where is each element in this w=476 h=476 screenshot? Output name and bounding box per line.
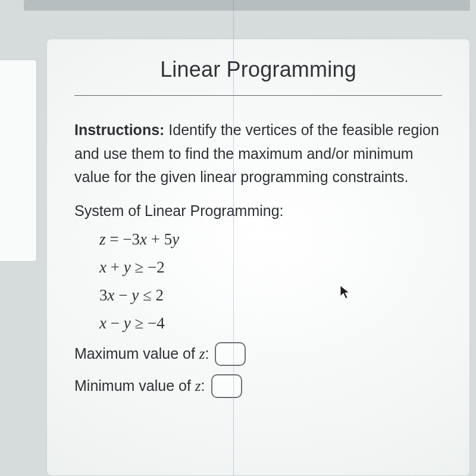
answers-block: Maximum value of z: Minimum value of z: — [74, 342, 442, 398]
max-answer-row: Maximum value of z: — [74, 342, 442, 366]
equation-block: z = −3x + 5y x + y ≥ −2 3x − y ≤ 2 x − y… — [74, 230, 442, 333]
objective-function: z = −3x + 5y — [99, 230, 442, 249]
constraint-1: x + y ≥ −2 — [99, 258, 442, 277]
title-divider — [74, 95, 442, 96]
constraint-3: x − y ≥ −4 — [99, 314, 442, 333]
max-value-input[interactable] — [215, 342, 246, 366]
system-label: System of Linear Programming: — [74, 202, 442, 220]
constraint-2: 3x − y ≤ 2 — [99, 286, 442, 305]
top-panel-strip — [24, 0, 470, 11]
min-answer-row: Minimum value of z: — [74, 374, 442, 398]
content-card: Linear Programming Instructions: Identif… — [46, 39, 470, 476]
instructions-label: Instructions: — [74, 121, 164, 138]
page-title: Linear Programming — [74, 57, 442, 95]
min-label: Minimum value of z: — [74, 377, 205, 394]
left-side-panel — [0, 60, 37, 262]
min-value-input[interactable] — [211, 374, 242, 398]
max-label: Maximum value of z: — [74, 345, 209, 362]
instructions-paragraph: Instructions: Identify the vertices of t… — [74, 118, 442, 189]
